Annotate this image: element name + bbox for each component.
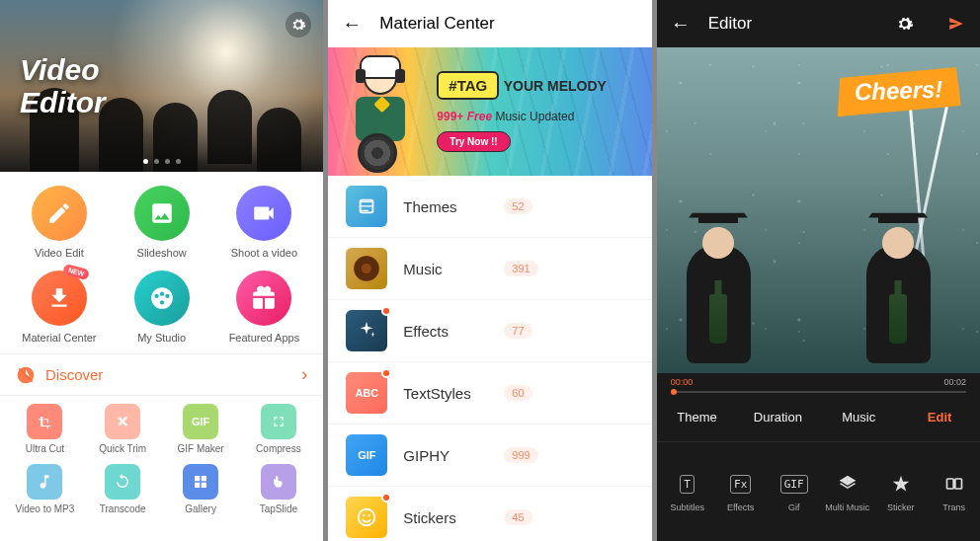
editor-tool-multi-music[interactable]: Multi Music bbox=[821, 471, 874, 512]
material-row-themes[interactable]: Themes 52 bbox=[328, 176, 651, 238]
promo-banner[interactable]: #TAG YOUR MELODY 999+ Free Music Updated… bbox=[328, 47, 651, 176]
page-title: Material Center bbox=[379, 14, 494, 34]
material-row-giphy[interactable]: GIF GIPHY 999 bbox=[328, 425, 651, 487]
grad-figure bbox=[866, 245, 931, 363]
video-preview[interactable]: Cheers! bbox=[657, 47, 980, 373]
editor-tool-sticker[interactable]: Sticker bbox=[874, 471, 928, 512]
main-item-material-center[interactable]: NEW Material Center bbox=[8, 270, 111, 344]
tool-gif-maker[interactable]: GIF GIF Maker bbox=[162, 404, 240, 454]
discover-row[interactable]: Discover › bbox=[0, 353, 323, 396]
material-name: Effects bbox=[403, 323, 482, 340]
glyph-icon: GIF bbox=[781, 471, 807, 497]
text-icon: ABC bbox=[346, 372, 387, 414]
glyph-icon: T bbox=[675, 471, 700, 497]
export-button[interactable] bbox=[946, 14, 966, 34]
editor-tools: T Subtitles Fx Effects GIF Gif Multi Mus… bbox=[657, 442, 980, 541]
back-button[interactable]: ← bbox=[671, 13, 691, 36]
material-count: 999 bbox=[504, 447, 537, 463]
material-name: GIPHY bbox=[403, 447, 482, 464]
editor-tool-label: Sticker bbox=[887, 502, 915, 512]
main-item-video-edit[interactable]: Video Edit bbox=[8, 186, 111, 259]
refresh-icon bbox=[105, 464, 140, 500]
tool-label: Quick Trim bbox=[99, 443, 146, 454]
tool-compress[interactable]: Compress bbox=[239, 404, 317, 454]
tool-grid: Ultra Cut Quick Trim GIF GIF Maker Compr… bbox=[0, 396, 323, 518]
notification-dot bbox=[381, 306, 391, 316]
editor-tool-label: Trans bbox=[942, 502, 965, 512]
gear-icon bbox=[896, 15, 914, 33]
editor-tool-trans[interactable]: Trans bbox=[928, 471, 980, 512]
tool-ultra-cut[interactable]: Ultra Cut bbox=[6, 404, 84, 454]
tool-video-to-mp3[interactable]: Video to MP3 bbox=[6, 464, 84, 514]
tab-music[interactable]: Music bbox=[818, 410, 899, 425]
dj-illustration bbox=[346, 61, 415, 165]
editor-tool-effects[interactable]: Fx Effects bbox=[714, 471, 768, 512]
music-icon bbox=[27, 464, 62, 500]
compress-icon bbox=[261, 404, 296, 439]
tap-icon bbox=[261, 464, 296, 500]
main-item-label: My Studio bbox=[137, 332, 186, 344]
tool-label: Compress bbox=[256, 443, 301, 454]
star-icon bbox=[888, 471, 914, 497]
timeline: 00:00 00:02 bbox=[657, 373, 980, 391]
back-button[interactable]: ← bbox=[342, 13, 362, 36]
notification-dot bbox=[381, 493, 391, 502]
discover-icon bbox=[16, 365, 36, 385]
editor-header: ← Editor bbox=[657, 0, 980, 47]
tool-label: GIF Maker bbox=[177, 443, 223, 454]
main-item-slideshow[interactable]: Slideshow bbox=[111, 186, 213, 259]
material-list: Themes 52 Music 391 Effects 77 ABC TextS… bbox=[328, 176, 651, 541]
main-item-label: Material Center bbox=[22, 332, 96, 344]
carousel-dots[interactable] bbox=[143, 159, 181, 164]
download-icon: NEW bbox=[32, 270, 87, 326]
tab-edit[interactable]: Edit bbox=[899, 410, 980, 425]
try-now-button[interactable]: Try Now !! bbox=[437, 131, 510, 152]
layers-icon bbox=[835, 471, 860, 497]
main-item-label: Featured Apps bbox=[229, 332, 300, 344]
tool-label: Video to MP3 bbox=[15, 503, 74, 514]
new-badge: NEW bbox=[62, 264, 90, 280]
banner-text: #TAG YOUR MELODY 999+ Free Music Updated… bbox=[437, 71, 607, 152]
overlay-text: Cheers! bbox=[836, 67, 961, 116]
main-item-featured-apps[interactable]: Featured Apps bbox=[213, 270, 316, 344]
material-name: TextStyles bbox=[403, 385, 482, 402]
film-icon bbox=[134, 270, 190, 326]
main-item-shoot-a-video[interactable]: Shoot a video bbox=[213, 186, 316, 259]
page-title: Editor bbox=[708, 14, 752, 34]
time-total: 00:02 bbox=[943, 377, 966, 387]
editor-tabs: ThemeDurationMusicEdit bbox=[657, 393, 980, 442]
settings-button[interactable] bbox=[286, 12, 311, 38]
gift-icon bbox=[236, 270, 291, 326]
main-item-my-studio[interactable]: My Studio bbox=[111, 270, 213, 344]
material-row-textstyles[interactable]: ABC TextStyles 60 bbox=[328, 362, 651, 425]
tag-pill: #TAG bbox=[437, 71, 499, 100]
main-action-grid: Video Edit Slideshow Shoot a video NEW M… bbox=[0, 172, 323, 353]
grad-figure bbox=[687, 245, 751, 363]
material-row-effects[interactable]: Effects 77 bbox=[328, 300, 651, 362]
tool-quick-trim[interactable]: Quick Trim bbox=[84, 404, 162, 454]
tag-line: YOUR MELODY bbox=[504, 78, 607, 94]
tab-duration[interactable]: Duration bbox=[737, 410, 818, 425]
material-row-stickers[interactable]: Stickers 45 bbox=[328, 487, 651, 541]
material-count: 77 bbox=[504, 323, 531, 339]
editor-tool-gif[interactable]: GIF Gif bbox=[768, 471, 821, 512]
crop-icon bbox=[27, 404, 62, 439]
notification-dot bbox=[381, 368, 391, 378]
timeline-scrubber[interactable] bbox=[671, 391, 966, 393]
chevron-right-icon: › bbox=[301, 364, 307, 385]
editor-tool-subtitles[interactable]: T Subtitles bbox=[661, 471, 714, 512]
tool-gallery[interactable]: Gallery bbox=[162, 464, 240, 514]
header: ← Material Center bbox=[328, 0, 651, 47]
glyph-icon: Fx bbox=[728, 471, 754, 497]
pencil-icon bbox=[32, 186, 87, 241]
main-item-label: Video Edit bbox=[35, 247, 84, 259]
material-row-music[interactable]: Music 391 bbox=[328, 238, 651, 300]
settings-button[interactable] bbox=[895, 14, 915, 34]
tool-transcode[interactable]: Transcode bbox=[84, 464, 162, 514]
gear-icon bbox=[290, 17, 306, 33]
vinyl-icon bbox=[346, 248, 387, 289]
tool-tapslide[interactable]: TapSlide bbox=[239, 464, 317, 514]
material-count: 52 bbox=[504, 198, 531, 214]
hero-banner[interactable]: VideoEditor bbox=[0, 0, 323, 172]
tab-theme[interactable]: Theme bbox=[657, 410, 738, 425]
